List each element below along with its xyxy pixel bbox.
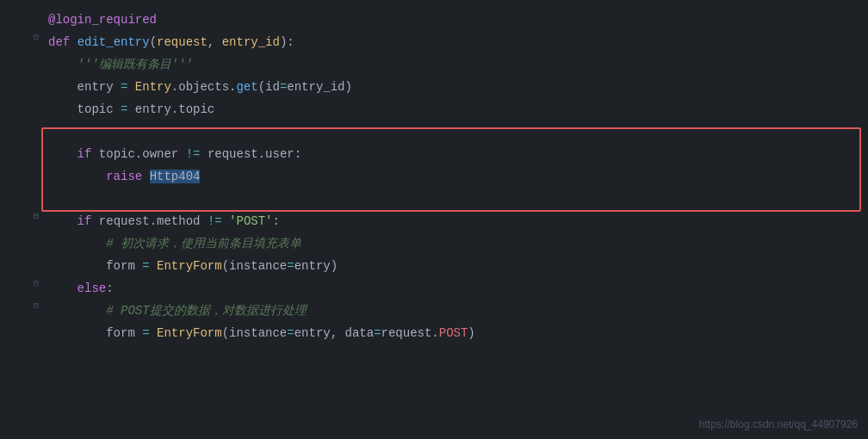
code-content-6 bbox=[41, 121, 868, 142]
code-line-8: raise Http404 bbox=[0, 165, 868, 188]
code-line-1: @login_required bbox=[0, 9, 868, 31]
fold-icon-2: ⊟ bbox=[31, 32, 41, 42]
code-content-1: @login_required bbox=[41, 9, 868, 30]
code-line-9 bbox=[0, 188, 868, 210]
code-editor: @login_required ⊟ def edit_entry(request… bbox=[0, 0, 868, 439]
code-line-10: ⊟ if request.method != 'POST': bbox=[0, 210, 868, 232]
code-content-2: def edit_entry(request, entry_id): bbox=[41, 32, 868, 53]
code-line-11: # 初次请求，使用当前条目填充表单 bbox=[0, 232, 868, 255]
code-content-12: form = EntryForm(instance=entry) bbox=[41, 256, 868, 276]
code-content-8: raise Http404 bbox=[41, 166, 868, 187]
code-content-5: topic = entry.topic bbox=[41, 99, 868, 120]
code-line-3: '''编辑既有条目''' bbox=[0, 53, 868, 76]
code-content-11: # 初次请求，使用当前条目填充表单 bbox=[41, 233, 868, 254]
code-line-2: ⊟ def edit_entry(request, entry_id): bbox=[0, 31, 868, 53]
fold-icon-14: ⊟ bbox=[31, 300, 41, 311]
code-content-9 bbox=[41, 189, 868, 209]
fold-icon-10: ⊟ bbox=[31, 211, 41, 221]
code-line-15: form = EntryForm(instance=entry, data=re… bbox=[0, 322, 868, 344]
code-content-3: '''编辑既有条目''' bbox=[41, 54, 868, 75]
code-content-7: if topic.owner != request.user: bbox=[41, 144, 868, 164]
code-line-14: ⊟ # POST提交的数据，对数据进行处理 bbox=[0, 300, 868, 322]
decorator-token: @login_required bbox=[48, 13, 157, 27]
func-name-token: edit_entry bbox=[78, 35, 150, 49]
http404-token: Http404 bbox=[150, 170, 201, 183]
def-keyword: def bbox=[48, 35, 70, 49]
code-line-4: entry = Entry.objects.get(id=entry_id) bbox=[0, 76, 868, 98]
code-line-12: form = EntryForm(instance=entry) bbox=[0, 255, 868, 277]
code-content-13: else: bbox=[41, 278, 868, 299]
code-line-7: if topic.owner != request.user: bbox=[0, 143, 868, 165]
docstring-token: '''编辑既有条目''' bbox=[48, 58, 193, 71]
code-line-13: ⊟ else: bbox=[0, 277, 868, 300]
code-content-4: entry = Entry.objects.get(id=entry_id) bbox=[41, 77, 868, 97]
code-line-6 bbox=[0, 121, 868, 143]
code-content-14: # POST提交的数据，对数据进行处理 bbox=[41, 300, 868, 321]
code-line-5: topic = entry.topic bbox=[0, 98, 868, 121]
watermark: https://blog.csdn.net/qq_44907926 bbox=[699, 418, 858, 430]
code-content-15: form = EntryForm(instance=entry, data=re… bbox=[41, 323, 868, 343]
fold-icon-13: ⊟ bbox=[31, 278, 41, 288]
code-content-10: if request.method != 'POST': bbox=[41, 211, 868, 232]
